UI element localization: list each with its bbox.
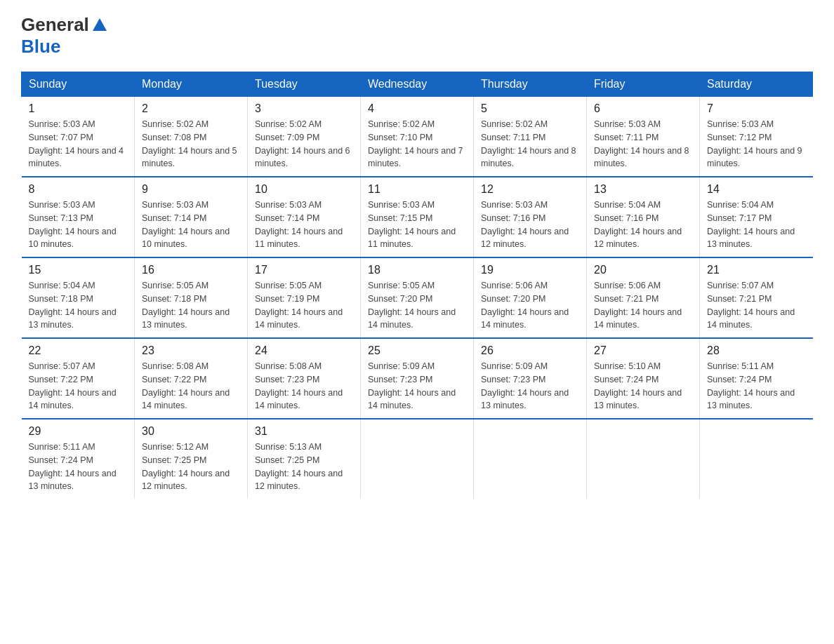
day-info: Sunrise: 5:03 AM Sunset: 7:16 PM Dayligh… [481, 199, 579, 251]
calendar-cell: 31 Sunrise: 5:13 AM Sunset: 7:25 PM Dayl… [248, 419, 361, 499]
day-info: Sunrise: 5:04 AM Sunset: 7:17 PM Dayligh… [707, 199, 806, 251]
calendar-cell: 28 Sunrise: 5:11 AM Sunset: 7:24 PM Dayl… [700, 338, 813, 419]
day-info: Sunrise: 5:03 AM Sunset: 7:12 PM Dayligh… [707, 118, 806, 170]
day-number: 21 [707, 264, 806, 276]
day-info: Sunrise: 5:02 AM Sunset: 7:11 PM Dayligh… [481, 118, 579, 170]
week-row-1: 1 Sunrise: 5:03 AM Sunset: 7:07 PM Dayli… [22, 97, 813, 177]
day-number: 24 [255, 344, 353, 357]
calendar-cell: 22 Sunrise: 5:07 AM Sunset: 7:22 PM Dayl… [22, 338, 135, 419]
day-number: 28 [707, 344, 806, 357]
day-info: Sunrise: 5:11 AM Sunset: 7:24 PM Dayligh… [707, 360, 806, 412]
calendar-cell: 29 Sunrise: 5:11 AM Sunset: 7:24 PM Dayl… [22, 419, 135, 499]
day-info: Sunrise: 5:08 AM Sunset: 7:23 PM Dayligh… [255, 360, 353, 412]
day-info: Sunrise: 5:06 AM Sunset: 7:20 PM Dayligh… [481, 279, 579, 332]
day-info: Sunrise: 5:07 AM Sunset: 7:21 PM Dayligh… [707, 279, 806, 332]
day-number: 6 [594, 102, 692, 115]
day-number: 31 [255, 425, 353, 438]
day-info: Sunrise: 5:12 AM Sunset: 7:25 PM Dayligh… [142, 441, 240, 493]
day-number: 18 [368, 264, 466, 276]
page-header: General Blue [21, 14, 813, 58]
week-row-3: 15 Sunrise: 5:04 AM Sunset: 7:18 PM Dayl… [22, 257, 813, 338]
calendar-cell: 8 Sunrise: 5:03 AM Sunset: 7:13 PM Dayli… [22, 177, 135, 257]
calendar-cell: 2 Sunrise: 5:02 AM Sunset: 7:08 PM Dayli… [135, 97, 248, 177]
day-info: Sunrise: 5:03 AM Sunset: 7:14 PM Dayligh… [255, 199, 353, 251]
day-info: Sunrise: 5:02 AM Sunset: 7:10 PM Dayligh… [368, 118, 466, 170]
weekday-header-tuesday: Tuesday [248, 72, 361, 97]
week-row-4: 22 Sunrise: 5:07 AM Sunset: 7:22 PM Dayl… [22, 338, 813, 419]
day-number: 3 [255, 102, 353, 115]
calendar-cell [474, 419, 587, 499]
day-number: 16 [142, 264, 240, 276]
day-info: Sunrise: 5:05 AM Sunset: 7:20 PM Dayligh… [368, 279, 466, 332]
calendar-cell: 7 Sunrise: 5:03 AM Sunset: 7:12 PM Dayli… [700, 97, 813, 177]
weekday-header-thursday: Thursday [474, 72, 587, 97]
calendar-cell: 6 Sunrise: 5:03 AM Sunset: 7:11 PM Dayli… [587, 97, 700, 177]
day-number: 22 [29, 344, 128, 357]
day-number: 23 [142, 344, 240, 357]
calendar-cell: 19 Sunrise: 5:06 AM Sunset: 7:20 PM Dayl… [474, 257, 587, 338]
day-info: Sunrise: 5:03 AM Sunset: 7:07 PM Dayligh… [29, 118, 128, 170]
day-number: 15 [29, 264, 128, 276]
svg-marker-0 [93, 18, 107, 31]
calendar-cell: 10 Sunrise: 5:03 AM Sunset: 7:14 PM Dayl… [248, 177, 361, 257]
calendar-cell: 12 Sunrise: 5:03 AM Sunset: 7:16 PM Dayl… [474, 177, 587, 257]
calendar-cell: 9 Sunrise: 5:03 AM Sunset: 7:14 PM Dayli… [135, 177, 248, 257]
day-info: Sunrise: 5:03 AM Sunset: 7:11 PM Dayligh… [594, 118, 692, 170]
day-info: Sunrise: 5:06 AM Sunset: 7:21 PM Dayligh… [594, 279, 692, 332]
calendar-cell: 20 Sunrise: 5:06 AM Sunset: 7:21 PM Dayl… [587, 257, 700, 338]
weekday-header-friday: Friday [587, 72, 700, 97]
day-number: 8 [29, 183, 128, 196]
day-number: 30 [142, 425, 240, 438]
day-number: 20 [594, 264, 692, 276]
day-info: Sunrise: 5:03 AM Sunset: 7:15 PM Dayligh… [368, 199, 466, 251]
calendar-cell: 11 Sunrise: 5:03 AM Sunset: 7:15 PM Dayl… [361, 177, 474, 257]
day-number: 25 [368, 344, 466, 357]
calendar-cell: 4 Sunrise: 5:02 AM Sunset: 7:10 PM Dayli… [361, 97, 474, 177]
calendar-cell: 24 Sunrise: 5:08 AM Sunset: 7:23 PM Dayl… [248, 338, 361, 419]
logo-general-text: General [21, 14, 89, 36]
calendar-cell [587, 419, 700, 499]
day-info: Sunrise: 5:04 AM Sunset: 7:16 PM Dayligh… [594, 199, 692, 251]
calendar-cell: 30 Sunrise: 5:12 AM Sunset: 7:25 PM Dayl… [135, 419, 248, 499]
day-info: Sunrise: 5:02 AM Sunset: 7:09 PM Dayligh… [255, 118, 353, 170]
day-number: 2 [142, 102, 240, 115]
day-info: Sunrise: 5:11 AM Sunset: 7:24 PM Dayligh… [29, 441, 128, 493]
calendar-table: SundayMondayTuesdayWednesdayThursdayFrid… [21, 72, 813, 499]
calendar-cell: 17 Sunrise: 5:05 AM Sunset: 7:19 PM Dayl… [248, 257, 361, 338]
day-info: Sunrise: 5:04 AM Sunset: 7:18 PM Dayligh… [29, 279, 128, 332]
logo-blue-text: Blue [21, 36, 60, 57]
day-number: 4 [368, 102, 466, 115]
weekday-header-saturday: Saturday [700, 72, 813, 97]
day-info: Sunrise: 5:13 AM Sunset: 7:25 PM Dayligh… [255, 441, 353, 493]
day-number: 26 [481, 344, 579, 357]
calendar-cell: 3 Sunrise: 5:02 AM Sunset: 7:09 PM Dayli… [248, 97, 361, 177]
calendar-cell: 1 Sunrise: 5:03 AM Sunset: 7:07 PM Dayli… [22, 97, 135, 177]
day-number: 29 [29, 425, 128, 438]
day-number: 9 [142, 183, 240, 196]
day-number: 1 [29, 102, 128, 115]
day-info: Sunrise: 5:10 AM Sunset: 7:24 PM Dayligh… [594, 360, 692, 412]
day-info: Sunrise: 5:07 AM Sunset: 7:22 PM Dayligh… [29, 360, 128, 412]
calendar-cell: 21 Sunrise: 5:07 AM Sunset: 7:21 PM Dayl… [700, 257, 813, 338]
calendar-cell: 18 Sunrise: 5:05 AM Sunset: 7:20 PM Dayl… [361, 257, 474, 338]
calendar-cell: 5 Sunrise: 5:02 AM Sunset: 7:11 PM Dayli… [474, 97, 587, 177]
logo: General Blue [21, 14, 107, 58]
day-number: 27 [594, 344, 692, 357]
week-row-2: 8 Sunrise: 5:03 AM Sunset: 7:13 PM Dayli… [22, 177, 813, 257]
calendar-cell: 25 Sunrise: 5:09 AM Sunset: 7:23 PM Dayl… [361, 338, 474, 419]
weekday-header-sunday: Sunday [22, 72, 135, 97]
weekday-header-wednesday: Wednesday [361, 72, 474, 97]
calendar-cell: 16 Sunrise: 5:05 AM Sunset: 7:18 PM Dayl… [135, 257, 248, 338]
day-info: Sunrise: 5:03 AM Sunset: 7:14 PM Dayligh… [142, 199, 240, 251]
day-number: 5 [481, 102, 579, 115]
day-number: 17 [255, 264, 353, 276]
calendar-cell [700, 419, 813, 499]
day-number: 7 [707, 102, 806, 115]
calendar-cell: 26 Sunrise: 5:09 AM Sunset: 7:23 PM Dayl… [474, 338, 587, 419]
calendar-cell [361, 419, 474, 499]
day-info: Sunrise: 5:03 AM Sunset: 7:13 PM Dayligh… [29, 199, 128, 251]
day-number: 19 [481, 264, 579, 276]
day-number: 12 [481, 183, 579, 196]
calendar-cell: 13 Sunrise: 5:04 AM Sunset: 7:16 PM Dayl… [587, 177, 700, 257]
day-info: Sunrise: 5:09 AM Sunset: 7:23 PM Dayligh… [481, 360, 579, 412]
